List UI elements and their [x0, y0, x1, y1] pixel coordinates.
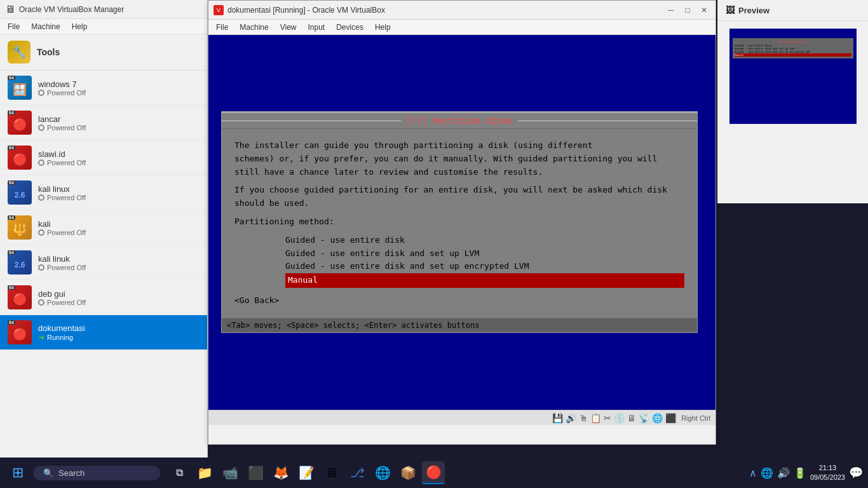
- taskbar-vscode[interactable]: ⬛: [244, 461, 267, 484]
- vscode-icon: ⬛: [248, 465, 264, 480]
- dialog-para2: If you choose guided partitioning for an…: [234, 184, 684, 210]
- vm-status-deb-gui: Powered Off: [38, 299, 86, 306]
- status-dot-kali: [38, 229, 44, 236]
- taskbar-chrome[interactable]: 🌐: [371, 461, 394, 484]
- maximize-button[interactable]: □: [681, 4, 694, 17]
- status-dot-kali-linuk: [38, 264, 44, 271]
- partition-dialog: [!!] Partition disks The installer can g…: [221, 111, 698, 333]
- taskview-button[interactable]: ⧉: [168, 461, 191, 484]
- vm-item-kali-linux[interactable]: 64 2.6 kali linux Powered Off: [0, 175, 207, 210]
- dialog-partitioning-method: Partitioning method:: [234, 215, 684, 229]
- preview-header: 🖼 Preview: [718, 0, 868, 21]
- taskbar-search[interactable]: 🔍 Search: [33, 466, 160, 480]
- box-icon: 📦: [400, 465, 416, 480]
- vm-name-kali-linux: kali linux: [38, 184, 86, 194]
- vbox-host-menubar: File Machine Help: [0, 19, 207, 34]
- start-button[interactable]: ⊞: [5, 460, 31, 485]
- vm-menu-file[interactable]: File: [211, 22, 233, 33]
- vm-item-windows7[interactable]: 64 🪟 windows 7 Powered Off: [0, 71, 207, 105]
- battery-icon[interactable]: 🔋: [794, 467, 806, 479]
- notes-icon: 📝: [299, 465, 315, 480]
- tools-label: Tools: [37, 47, 60, 57]
- vm-item-lancar[interactable]: 64 🔴 lancar Powered Off: [0, 105, 207, 140]
- notification-bell-icon[interactable]: 💬: [849, 466, 863, 480]
- vm-display[interactable]: [!!] Partition disks The installer can g…: [208, 35, 715, 410]
- vm-statusbar: 💾 🔊 🖱 📋 ✂ 💿 🖥 📡 🌐 ⬛ Right Ctrl: [208, 410, 715, 425]
- vm-menu-machine[interactable]: Machine: [234, 22, 273, 33]
- vm-info-kali-linux: kali linux Powered Off: [38, 184, 86, 201]
- vm-name-windows7: windows 7: [38, 79, 86, 89]
- option-manual[interactable]: Manual: [285, 273, 684, 288]
- taskbar-git[interactable]: ⎇: [346, 461, 369, 484]
- host-menu-machine[interactable]: Machine: [26, 21, 65, 32]
- tools-icon: 🔧: [8, 41, 31, 64]
- globe-icon[interactable]: 🌐: [761, 467, 773, 479]
- windows-logo-icon: ⊞: [12, 464, 24, 481]
- taskbar-terminal[interactable]: 🖥: [320, 461, 343, 484]
- status-icon-2[interactable]: 🔊: [566, 413, 576, 423]
- vm-info-kali-linuk: kali linuk Powered Off: [38, 254, 86, 271]
- host-menu-file[interactable]: File: [3, 21, 25, 32]
- vm-info-windows7: windows 7 Powered Off: [38, 79, 86, 97]
- close-button[interactable]: ✕: [698, 4, 710, 17]
- vm-item-kali-linuk[interactable]: 64 2.6 kali linuk Powered Off: [0, 245, 207, 280]
- sidebar-tools[interactable]: 🔧 Tools: [0, 34, 207, 71]
- vbox-title-text: dokumentasi [Running] - Oracle VM Virtua…: [227, 6, 661, 15]
- vm-icon-slawi: 64 🔴: [8, 146, 32, 170]
- status-icon-4[interactable]: 📋: [590, 413, 601, 423]
- vm-menu-help[interactable]: Help: [370, 22, 396, 33]
- status-icon-10[interactable]: ⬛: [665, 413, 676, 423]
- dialog-options: Guided - use entire disk Guided - use en…: [234, 234, 684, 288]
- vbox-host-sidebar: 🖥 Oracle VM VirtualBox Manager File Mach…: [0, 0, 208, 458]
- host-menu-help[interactable]: Help: [67, 21, 93, 32]
- status-icon-6[interactable]: 💿: [614, 413, 625, 423]
- taskbar-explorer[interactable]: 📁: [193, 461, 216, 484]
- vm-icon-kali-linuk: 64 2.6: [8, 250, 32, 274]
- vm-status-lancar: Powered Off: [38, 124, 86, 132]
- taskbar-left: ⊞ 🔍 Search: [5, 460, 160, 485]
- vm-item-slawi[interactable]: 64 🔴 slawi.id Powered Off: [0, 140, 207, 175]
- taskbar-vbox-running[interactable]: 🔴: [422, 461, 445, 484]
- vbox-main-window: V dokumentasi [Running] - Oracle VM Virt…: [208, 0, 716, 445]
- explorer-icon: 📁: [197, 465, 213, 480]
- vm-info-deb-gui: deb gui Powered Off: [38, 289, 86, 306]
- vm-icon-kali-linux: 64 2.6: [8, 180, 32, 205]
- option-guided-encrypted[interactable]: Guided - use entire disk and set up encr…: [285, 260, 684, 273]
- taskview-icon: ⧉: [176, 467, 183, 478]
- preview-icon: 🖼: [726, 5, 735, 15]
- taskbar-meet[interactable]: 📹: [219, 461, 241, 484]
- vm-name-kali-linuk: kali linuk: [38, 254, 86, 264]
- meet-icon: 📹: [222, 465, 238, 480]
- vm-menu-view[interactable]: View: [275, 22, 302, 33]
- vm-item-dokumentasi[interactable]: 64 🔴 dokumentasi ➜ Running: [0, 315, 207, 350]
- taskbar-box[interactable]: 📦: [397, 461, 419, 484]
- taskbar-notes[interactable]: 📝: [295, 461, 318, 484]
- status-icon-5[interactable]: ✂: [604, 413, 611, 423]
- minimize-button[interactable]: ─: [665, 4, 677, 17]
- status-icon-3[interactable]: 🖱: [579, 413, 588, 423]
- vm-info-dokumentasi: dokumentasi ➜ Running: [38, 323, 85, 342]
- taskbar-clock[interactable]: 21:13 09/05/2023: [810, 463, 845, 483]
- vm-status-windows7: Powered Off: [38, 89, 86, 97]
- git-icon: ⎇: [350, 465, 365, 480]
- vm-menu-devices[interactable]: Devices: [331, 22, 369, 33]
- dialog-footer: <Tab> moves; <Space> selects; <Enter> ac…: [222, 318, 697, 332]
- clock-date: 09/05/2023: [810, 473, 845, 482]
- volume-icon[interactable]: 🔊: [777, 467, 790, 479]
- dialog-goback[interactable]: <Go Back>: [234, 294, 684, 308]
- status-icon-9[interactable]: 🌐: [652, 413, 663, 423]
- status-icon-7[interactable]: 🖥: [627, 413, 636, 423]
- vm-item-kali[interactable]: 64 🔱 kali Powered Off: [0, 210, 207, 245]
- taskbar-right: ∧ 🌐 🔊 🔋 21:13 09/05/2023 💬: [749, 463, 863, 483]
- chevron-up-icon[interactable]: ∧: [749, 467, 757, 479]
- option-guided-full[interactable]: Guided - use entire disk: [285, 234, 684, 247]
- status-icon-1[interactable]: 💾: [552, 413, 563, 423]
- vm-item-deb-gui[interactable]: 64 🔴 deb gui Powered Off: [0, 280, 207, 315]
- vm-icon-dokumentasi: 64 🔴: [8, 320, 32, 344]
- status-icon-8[interactable]: 📡: [639, 413, 649, 423]
- option-guided-lvm[interactable]: Guided - use entire disk and set up LVM: [285, 247, 684, 261]
- vm-icon-deb-gui: 64 🔴: [8, 285, 32, 309]
- vm-menu-input[interactable]: Input: [303, 22, 330, 33]
- taskbar-firefox[interactable]: 🦊: [269, 461, 292, 484]
- vbox-title-icon: V: [214, 5, 224, 15]
